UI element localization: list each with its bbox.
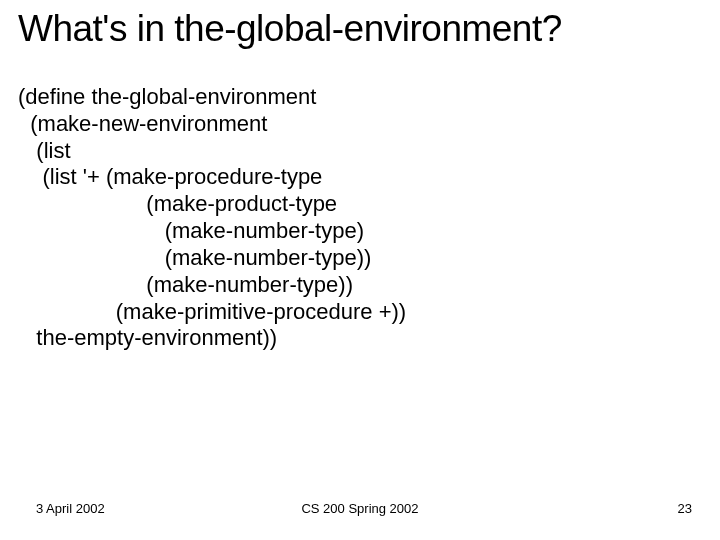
code-line: the-empty-environment)): [18, 325, 702, 352]
code-line: (list: [18, 138, 702, 165]
footer-page: 23: [678, 501, 692, 516]
slide-title: What's in the-global-environment?: [18, 8, 702, 50]
code-line: (make-product-type: [18, 191, 702, 218]
code-line: (make-number-type)): [18, 245, 702, 272]
code-block: (define the-global-environment (make-new…: [18, 84, 702, 352]
code-line: (define the-global-environment: [18, 84, 702, 111]
code-line: (list '+ (make-procedure-type: [18, 164, 702, 191]
code-line: (make-primitive-procedure +)): [18, 299, 702, 326]
code-line: (make-number-type)): [18, 272, 702, 299]
slide: What's in the-global-environment? (defin…: [0, 0, 720, 540]
footer-course: CS 200 Spring 2002: [301, 501, 418, 516]
footer-date: 3 April 2002: [36, 501, 105, 516]
code-line: (make-new-environment: [18, 111, 702, 138]
code-line: (make-number-type): [18, 218, 702, 245]
footer: 3 April 2002 CS 200 Spring 2002 23: [0, 501, 720, 516]
